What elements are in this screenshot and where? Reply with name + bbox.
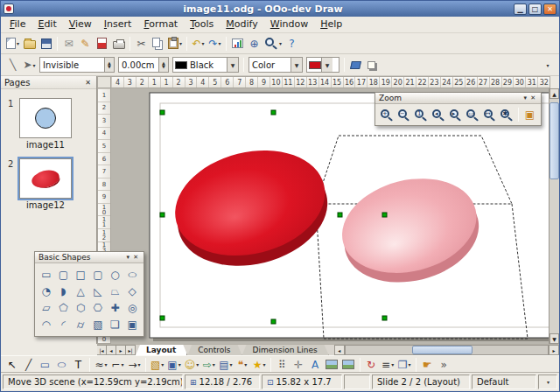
menu-window[interactable]: Window [264,17,314,32]
zoom-palette-titlebar[interactable]: Zoom ▾ ✕ [375,93,541,104]
zoom-palette[interactable]: Zoom ▾ ✕ +−1◂▸▭↔✱▣ [374,92,542,126]
dropdown-arrow-icon[interactable]: ▾ [33,62,36,68]
menu-file[interactable]: File [4,17,32,32]
close-icon[interactable]: ✕ [543,4,556,15]
trapezoid-shape-icon[interactable]: ⏢ [107,283,124,299]
chevron-down-icon[interactable]: ▼ [227,58,238,72]
page-thumbnail[interactable] [19,158,72,199]
zoom-100-icon[interactable]: 1 [412,106,430,123]
square-shape-icon[interactable]: □ [72,266,89,283]
prev-tab-icon[interactable]: ◂ [107,345,116,355]
status-extra[interactable]: ▾ [538,374,557,389]
arrange-icon[interactable]: ❐▾ [396,356,413,374]
cube-shape-icon[interactable]: ▧ [89,316,107,332]
basic-shapes-palette[interactable]: Basic Shapes ▾ ✕ ▭▢□▢○○◔◗△◺⏢◇▱⬠⬡⎔✚◎◠◜⌭▧❏… [34,251,144,337]
connector-icon[interactable]: ⌐▾ [109,356,126,374]
gallery-icon[interactable] [340,356,357,374]
line-color-combo[interactable]: Black ▼ [172,57,239,73]
fill-color-combo[interactable]: ▼ [306,57,340,73]
dropdown-arrow-icon[interactable]: ▾ [122,361,124,368]
cross-shape-icon[interactable]: ✚ [107,299,124,316]
scroll-down-icon[interactable]: ▼ [550,333,559,344]
copy-icon[interactable] [150,35,166,52]
arc-shape-icon[interactable]: ◜ [55,316,73,332]
last-tab-icon[interactable]: ▸| [126,345,136,355]
interaction-icon[interactable]: ☛ [419,356,436,374]
diamond-shape-icon[interactable]: ◇ [123,283,141,299]
minimize-icon[interactable]: ▁ [514,4,527,15]
zoom-in-icon[interactable]: + [378,106,396,123]
object-zoom-icon[interactable]: ▣ [522,106,538,123]
area-dialog-icon[interactable] [347,55,364,73]
circle-segment-shape-icon[interactable]: ◗ [55,283,73,299]
line-width-spinbox[interactable]: 0.00cm ▲▼ [118,57,169,73]
chevron-down-icon[interactable]: ▾ [522,94,529,102]
circle-shape-icon[interactable]: ○ [107,266,124,283]
tab-layout[interactable]: Layout [136,345,187,355]
visible-buttons-icon[interactable]: » [436,356,452,374]
stars-icon[interactable]: ★▾ [251,356,268,374]
paste-icon[interactable]: ▾ [166,35,184,52]
block-arrows-icon[interactable]: ⇨▾ [200,356,217,374]
vertical-scrollbar[interactable]: ▲ ▼ [549,88,559,344]
fontwork-gallery-icon[interactable]: A [307,356,324,374]
next-tab-icon[interactable]: ▸ [116,345,126,355]
title-bar[interactable]: image11.odg - OOo-dev Draw ▁ □ ✕ [1,1,559,17]
scroll-up-icon[interactable]: ▲ [550,88,559,99]
menu-format[interactable]: Format [137,17,184,32]
redo-icon[interactable]: ↷▾ [206,35,223,52]
dropdown-arrow-icon[interactable]: ▾ [196,361,199,368]
parallelogram-shape-icon[interactable]: ▱ [38,299,55,316]
regular-pentagon-shape-icon[interactable]: ⬠ [55,299,73,316]
document-as-email-icon[interactable]: ✉ [60,35,77,52]
arrow-style-icon[interactable]: ➤▾ [21,56,38,74]
menu-edit[interactable]: Edit [32,17,62,32]
chevron-down-icon[interactable]: ▼ [290,58,302,72]
insert-picture-icon[interactable] [324,356,340,374]
basic-shapes-icon[interactable]: ▣▾ [165,356,182,374]
first-tab-icon[interactable]: |◂ [97,345,107,355]
curve-icon[interactable]: ≈▾ [93,356,109,374]
scrollbar-thumb[interactable] [550,102,559,179]
scrollbar-thumb[interactable] [412,346,472,354]
horizontal-scrollbar[interactable]: ◂ ▸ [334,345,559,355]
cylinder-shape-icon[interactable]: ⌭ [72,316,89,332]
page-entry[interactable]: 1image11 [1,98,96,150]
octagon-shape-icon[interactable]: ⎔ [89,299,107,316]
menu-help[interactable]: Help [314,17,348,32]
ring-shape-icon[interactable]: ◎ [123,299,141,316]
dropdown-arrow-icon[interactable]: ▾ [179,40,182,46]
save-icon[interactable] [38,35,54,52]
menu-view[interactable]: View [63,17,98,32]
fill-style-combo[interactable]: Color ▼ [248,57,303,73]
dropdown-arrow-icon[interactable]: ▾ [408,361,410,368]
slide-indicator[interactable]: Slide 2 / 2 (Layout) [372,374,470,389]
dropdown-arrow-icon[interactable]: ▾ [17,40,19,46]
edit-file-icon[interactable]: ✎ [77,35,94,52]
callouts-icon[interactable]: ❝▾ [234,356,251,374]
basic-shapes-titlebar[interactable]: Basic Shapes ▾ ✕ [35,252,144,263]
spinner-arrows-icon[interactable]: ▲▼ [158,58,168,72]
rectangle-shape-icon[interactable]: ▭ [38,266,55,283]
zoom-optimal-icon[interactable]: ✱ [498,106,515,123]
close-icon[interactable]: ✕ [528,94,537,102]
page-thumbnail[interactable] [19,98,72,138]
zoom-icon[interactable]: ▾ [262,35,284,52]
dropdown-arrow-icon[interactable]: ▾ [262,361,265,368]
horizontal-ruler[interactable]: 4321123456789101112131415161718192021222… [111,76,550,88]
dropdown-arrow-icon[interactable]: ▾ [279,40,282,46]
glue-points-icon[interactable]: ✛ [290,356,307,374]
print-directly-icon[interactable] [110,35,127,52]
dropdown-arrow-icon[interactable]: ▾ [213,361,215,368]
rotate-icon[interactable]: ↻ [363,356,380,374]
line-icon[interactable]: ╱ [20,356,37,374]
line-style-combo[interactable]: Invisible ▲▼ [39,57,115,73]
dropdown-arrow-icon[interactable]: ▾ [219,40,221,46]
scrollbar-track[interactable] [550,99,559,333]
alignment-icon[interactable]: ≡▾ [380,356,396,374]
zoom-next-icon[interactable]: ▸ [447,106,465,123]
line-dialog-icon[interactable]: ╲ [4,56,21,74]
navigator-icon[interactable]: ⊕ [246,35,262,52]
zoom-out-icon[interactable]: − [396,106,413,123]
chevron-down-icon[interactable]: ▾ [125,254,132,261]
